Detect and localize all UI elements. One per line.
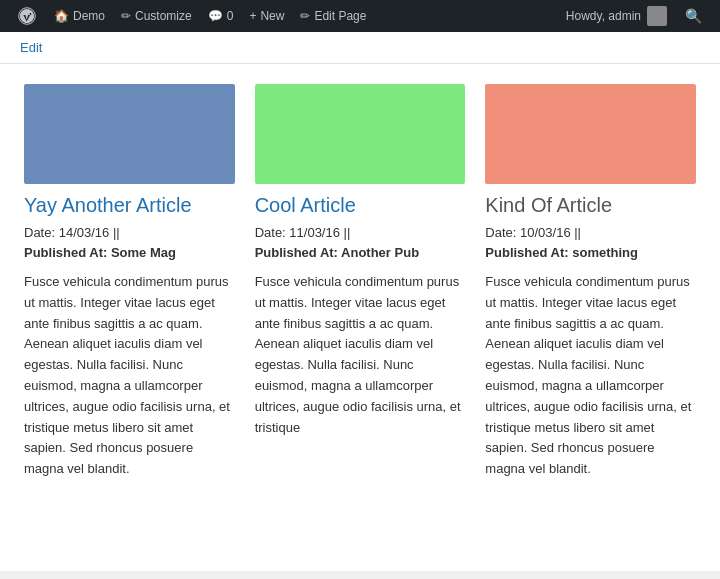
customize-menu-item[interactable]: ✏ Customize [113, 0, 200, 32]
article-thumbnail [255, 84, 466, 184]
article-body: Fusce vehicula condimentum purus ut matt… [485, 272, 696, 480]
edit-page-menu-item[interactable]: ✏ Edit Page [292, 0, 374, 32]
article-title[interactable]: Cool Article [255, 194, 466, 217]
page-wrapper: Edit Yay Another Article Date: 14/03/16 … [0, 32, 720, 579]
article-card: Yay Another Article Date: 14/03/16 || Pu… [24, 84, 235, 480]
edit-page-icon: ✏ [300, 9, 310, 23]
article-title[interactable]: Kind Of Article [485, 194, 696, 217]
article-published-meta: Published At: Another Pub [255, 245, 419, 260]
search-button[interactable]: 🔍 [675, 0, 712, 32]
demo-menu-item[interactable]: 🏠 Demo [46, 0, 113, 32]
demo-icon: 🏠 [54, 9, 69, 23]
new-menu-item[interactable]: + New [241, 0, 292, 32]
article-title[interactable]: Yay Another Article [24, 194, 235, 217]
howdy-label: Howdy, admin [566, 9, 641, 23]
article-published-meta: Published At: Some Mag [24, 245, 176, 260]
wp-logo-button[interactable] [8, 0, 46, 32]
content-area: Yay Another Article Date: 14/03/16 || Pu… [0, 64, 720, 571]
comments-count: 0 [227, 9, 234, 23]
demo-label: Demo [73, 9, 105, 23]
avatar [647, 6, 667, 26]
search-icon: 🔍 [685, 8, 702, 24]
edit-bar: Edit [0, 32, 720, 64]
comments-menu-item[interactable]: 💬 0 [200, 0, 242, 32]
article-published-meta: Published At: something [485, 245, 638, 260]
new-label: New [260, 9, 284, 23]
article-card: Cool Article Date: 11/03/16 || Published… [255, 84, 466, 480]
article-body: Fusce vehicula condimentum purus ut matt… [24, 272, 235, 480]
articles-grid: Yay Another Article Date: 14/03/16 || Pu… [24, 84, 696, 480]
new-icon: + [249, 9, 256, 23]
article-thumbnail [485, 84, 696, 184]
admin-bar: 🏠 Demo ✏ Customize 💬 0 + New ✏ Edit Page… [0, 0, 720, 32]
edit-link[interactable]: Edit [20, 40, 42, 55]
article-date-meta: Date: 10/03/16 || Published At: somethin… [485, 223, 696, 262]
article-body: Fusce vehicula condimentum purus ut matt… [255, 272, 466, 438]
howdy-text: Howdy, admin [558, 0, 675, 32]
article-card: Kind Of Article Date: 10/03/16 || Publis… [485, 84, 696, 480]
customize-label: Customize [135, 9, 192, 23]
customize-icon: ✏ [121, 9, 131, 23]
comments-icon: 💬 [208, 9, 223, 23]
adminbar-right: Howdy, admin 🔍 [558, 0, 712, 32]
edit-page-label: Edit Page [314, 9, 366, 23]
article-date-meta: Date: 14/03/16 || Published At: Some Mag [24, 223, 235, 262]
article-thumbnail [24, 84, 235, 184]
article-date-meta: Date: 11/03/16 || Published At: Another … [255, 223, 466, 262]
